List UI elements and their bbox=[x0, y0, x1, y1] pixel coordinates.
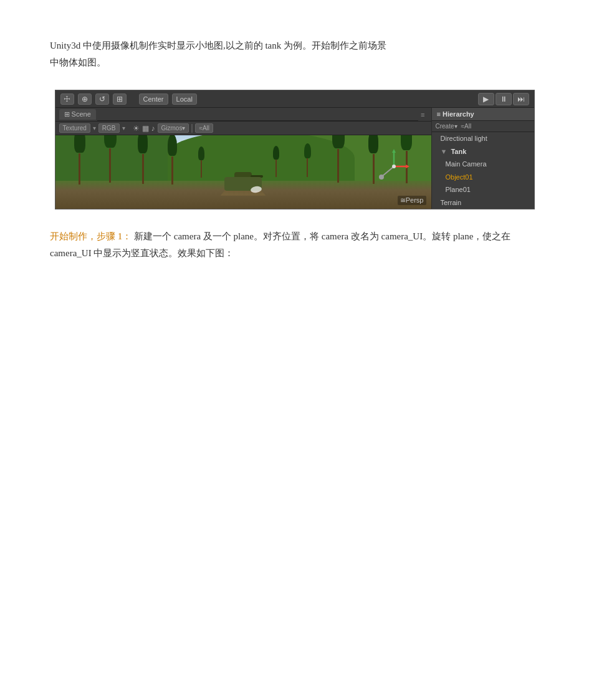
intro-paragraph: Unity3d 中使用摄像机制作实时显示小地图,以之前的 tank 为例。开始制… bbox=[50, 37, 539, 71]
page-content: Unity3d 中使用摄像机制作实时显示小地图,以之前的 tank 为例。开始制… bbox=[0, 0, 589, 287]
terrain-label: Terrain bbox=[441, 199, 462, 206]
tree-2 bbox=[104, 135, 117, 183]
object01-label: Object01 bbox=[446, 173, 473, 181]
svg-point-6 bbox=[392, 165, 396, 168]
tree-4 bbox=[168, 135, 177, 185]
center-button[interactable]: Center bbox=[139, 93, 168, 105]
step-paragraph: 开始制作，步骤 1： 新建一个 camera 及一个 plane。对齐位置，将 … bbox=[50, 228, 539, 262]
svg-line-4 bbox=[383, 166, 394, 176]
rgb-dropdown[interactable]: RGB bbox=[98, 123, 120, 133]
all-tag[interactable]: ≈All bbox=[195, 123, 213, 133]
unity-body: ⊞ Scene ≡ Textured ▾ RGB ▾ ☀ ▦ ♪ Gizm bbox=[55, 108, 534, 209]
all-tag-label[interactable]: ≈All bbox=[461, 123, 472, 130]
scene-tabs: ⊞ Scene ≡ bbox=[55, 108, 431, 122]
textured-arrow: ▾ bbox=[93, 125, 96, 132]
sound-icon: ♪ bbox=[151, 124, 155, 133]
scene-tab[interactable]: ⊞ Scene bbox=[59, 109, 96, 120]
play-controls: ▶ ⏸ ⏭ bbox=[478, 93, 529, 105]
scene-controls-bar: Textured ▾ RGB ▾ ☀ ▦ ♪ Gizmos▾ ≈All bbox=[55, 122, 431, 135]
svg-point-5 bbox=[379, 175, 384, 180]
toolbar-icon-scale[interactable]: ↺ bbox=[95, 93, 109, 105]
hierarchy-item-main-camera[interactable]: Main Camera bbox=[432, 158, 534, 171]
gizmos-dropdown[interactable]: Gizmos▾ bbox=[158, 123, 189, 133]
grid-icon: ▦ bbox=[142, 124, 149, 133]
svg-marker-3 bbox=[406, 165, 409, 168]
local-button[interactable]: Local bbox=[172, 93, 197, 105]
create-dropdown[interactable]: Create▾ bbox=[436, 123, 457, 130]
scene-gizmo bbox=[375, 148, 413, 185]
scene-panel: ⊞ Scene ≡ Textured ▾ RGB ▾ ☀ ▦ ♪ Gizm bbox=[55, 108, 431, 209]
divider bbox=[191, 124, 193, 133]
sun-icon: ☀ bbox=[133, 124, 140, 133]
hierarchy-title: Hierarchy bbox=[443, 110, 474, 118]
hierarchy-toolbar: Create▾ ≈All bbox=[432, 121, 534, 132]
directional-light-label: Directional light bbox=[441, 135, 487, 142]
panel-options-icon[interactable]: ≡ bbox=[418, 110, 427, 120]
unity-toolbar: ☩ ⊕ ↺ ⊞ Center Local ▶ ⏸ ⏭ bbox=[55, 90, 534, 108]
hierarchy-title-icon: ≡ bbox=[437, 110, 443, 118]
tree-10 bbox=[304, 143, 311, 177]
scene-tab-label: ⊞ bbox=[64, 110, 72, 118]
tree-7 bbox=[332, 135, 345, 183]
hierarchy-item-object01[interactable]: Object01 bbox=[432, 171, 534, 184]
hierarchy-panel: ≡ Hierarchy Create▾ ≈All Directional lig… bbox=[431, 108, 534, 209]
tree-3 bbox=[138, 135, 148, 184]
plane01-label: Plane01 bbox=[446, 186, 471, 193]
intro-line2: 中物体如图。 bbox=[50, 57, 106, 67]
scene-tab-text: Scene bbox=[72, 110, 91, 118]
hierarchy-item-tank[interactable]: ▼ Tank bbox=[432, 145, 534, 158]
step-button[interactable]: ⏭ bbox=[513, 93, 529, 105]
hierarchy-item-terrain[interactable]: Terrain bbox=[432, 196, 534, 209]
tree-9 bbox=[273, 146, 279, 177]
toolbar-icon-rect[interactable]: ⊞ bbox=[113, 93, 127, 105]
tree-1 bbox=[74, 135, 85, 185]
svg-marker-1 bbox=[392, 149, 396, 153]
main-camera-label: Main Camera bbox=[446, 160, 487, 168]
toolbar-icon-rotate[interactable]: ⊕ bbox=[78, 93, 92, 105]
play-button[interactable]: ▶ bbox=[478, 93, 494, 105]
hierarchy-item-directional-light[interactable]: Directional light bbox=[432, 132, 534, 145]
viewport-persp-label: ≅Persp bbox=[398, 196, 426, 205]
tank-label: Tank bbox=[451, 148, 466, 155]
hierarchy-item-plane01[interactable]: Plane01 bbox=[432, 183, 534, 196]
tree-8 bbox=[198, 146, 204, 178]
unity-editor-screenshot: ☩ ⊕ ↺ ⊞ Center Local ▶ ⏸ ⏭ ⊞ Scen bbox=[55, 90, 535, 209]
step-label: 开始制作，步骤 1： bbox=[50, 231, 132, 241]
toolbar-icon-move[interactable]: ☩ bbox=[60, 93, 74, 105]
rgb-arrow: ▾ bbox=[122, 125, 125, 132]
textured-dropdown[interactable]: Textured bbox=[59, 123, 90, 133]
intro-line1: Unity3d 中使用摄像机制作实时显示小地图,以之前的 tank 为例。开始制… bbox=[50, 41, 386, 50]
hierarchy-header: ≡ Hierarchy bbox=[432, 108, 534, 121]
scene-viewport[interactable]: ≅Persp bbox=[55, 135, 431, 209]
pause-button[interactable]: ⏸ bbox=[496, 93, 512, 105]
tank-expand-arrow: ▼ bbox=[441, 146, 448, 157]
